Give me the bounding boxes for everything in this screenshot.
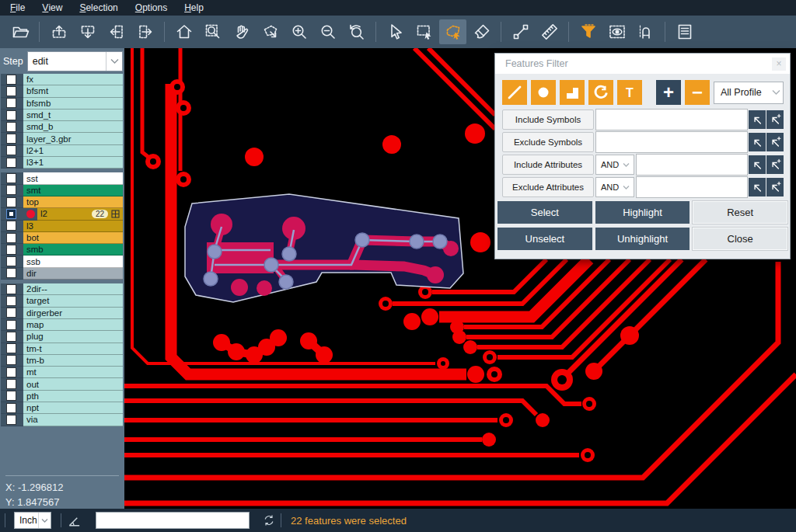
add-filter-button[interactable]: + <box>656 80 681 105</box>
layer-name-cell[interactable]: l3+1 <box>23 157 123 169</box>
layer-checkbox-tm-b[interactable] <box>6 355 16 365</box>
layer-name-cell[interactable]: smb <box>23 244 123 256</box>
layer-name-cell[interactable]: bot <box>23 232 123 244</box>
layer-name-cell[interactable]: smd_t <box>23 110 123 121</box>
toolbar-button-pan-left[interactable] <box>103 19 130 44</box>
unit-dropdown[interactable]: Inch <box>14 512 51 529</box>
layer-checkbox-top[interactable] <box>6 197 16 207</box>
layer-checkbox-sst[interactable] <box>6 173 16 183</box>
layer-name-cell[interactable]: top <box>23 196 123 208</box>
layer-row-target[interactable]: target <box>1 295 123 307</box>
layer-checkbox-out[interactable] <box>6 379 16 389</box>
toolbar-button-measure-distance[interactable] <box>507 19 534 44</box>
layer-name-cell[interactable]: dir <box>23 268 123 280</box>
layer-row-l3+1[interactable]: l3+1 <box>1 157 123 169</box>
layer-checkbox-l3+1[interactable] <box>6 158 16 168</box>
layer-row-layer_3.gbr[interactable]: layer_3.gbr <box>1 133 123 144</box>
menu-item-options[interactable]: Options <box>127 0 176 16</box>
toolbar-button-home[interactable] <box>170 19 197 44</box>
include-symbols-pick-button[interactable] <box>749 110 766 129</box>
filter-shape-text-button[interactable]: T <box>617 80 642 105</box>
grid-icon[interactable] <box>111 210 120 218</box>
layer-checkbox-dir[interactable] <box>6 268 16 278</box>
exclude-attributes-input[interactable] <box>636 176 748 198</box>
toolbar-button-report-list[interactable] <box>671 19 698 44</box>
toolbar-button-select-polygon[interactable] <box>439 19 466 44</box>
layer-checkbox-npt[interactable] <box>6 403 16 413</box>
include-attributes-button[interactable]: Include Attributes <box>502 155 594 175</box>
layer-row-tm-b[interactable]: tm-b <box>1 355 123 367</box>
include-attributes-operator-dropdown[interactable]: AND <box>595 155 634 175</box>
exclude-attributes-pick-button[interactable] <box>749 178 766 196</box>
toolbar-button-features-filter[interactable] <box>574 19 602 44</box>
layer-name-cell[interactable]: smt <box>23 185 123 196</box>
layer-checkbox-pth[interactable] <box>6 391 16 401</box>
layer-row-top[interactable]: top <box>1 196 123 208</box>
layer-row-dirgerber[interactable]: dirgerber <box>1 308 123 319</box>
toolbar-button-zoom-in[interactable] <box>285 19 312 44</box>
filter-shape-arc-button[interactable] <box>588 80 613 105</box>
layer-checkbox-l2+1[interactable] <box>6 145 16 155</box>
menu-item-help[interactable]: Help <box>176 0 212 16</box>
layer-checkbox-via[interactable] <box>6 415 16 425</box>
include-symbols-input[interactable] <box>595 109 748 130</box>
layer-name-cell[interactable]: smd_b <box>23 121 123 133</box>
layer-checkbox-smd_b[interactable] <box>6 122 16 132</box>
layer-name-cell[interactable]: bfsmb <box>23 98 123 110</box>
layer-checkbox-plug[interactable] <box>6 332 16 342</box>
layer-name-cell[interactable]: bfsmt <box>23 85 123 97</box>
layer-name-cell[interactable]: ssb <box>23 256 123 267</box>
remove-filter-button[interactable]: − <box>685 80 710 105</box>
layer-name-cell[interactable]: mt <box>23 367 123 378</box>
toolbar-button-pan-up[interactable] <box>45 19 72 44</box>
close-button[interactable]: Close <box>693 228 787 250</box>
exclude-attributes-button[interactable]: Exclude Attributes <box>502 177 594 197</box>
layer-row-2dir--[interactable]: 2dir-- <box>1 283 123 295</box>
filter-shape-pad-button[interactable] <box>531 80 556 105</box>
filter-shape-surface-button[interactable] <box>560 80 585 105</box>
layer-row-bot[interactable]: bot <box>1 232 123 244</box>
toolbar-button-zoom-previous[interactable] <box>343 19 370 44</box>
dialog-title-bar[interactable]: Features Filter × <box>495 54 790 74</box>
layer-name-cell[interactable]: via <box>23 414 123 426</box>
layer-row-tm-t[interactable]: tm-t <box>1 343 123 355</box>
close-icon[interactable]: × <box>772 57 786 71</box>
layer-row-dir[interactable]: dir <box>1 268 123 280</box>
layer-row-bfsmt[interactable]: bfsmt <box>1 85 123 97</box>
toolbar-button-open-folder[interactable] <box>6 19 33 44</box>
exclude-symbols-button[interactable]: Exclude Symbols <box>502 132 594 152</box>
layer-name-cell[interactable]: tm-t <box>23 343 123 355</box>
toolbar-button-measure-ruler[interactable] <box>536 19 563 44</box>
layer-checkbox-smt[interactable] <box>6 185 16 195</box>
layer-name-cell[interactable]: out <box>23 378 123 390</box>
layer-checkbox-fx[interactable] <box>6 75 16 85</box>
highlight-button[interactable]: Highlight <box>595 201 690 224</box>
layer-name-cell[interactable]: sst <box>23 172 123 184</box>
layer-name-cell[interactable]: target <box>23 295 123 307</box>
layer-row-l2+1[interactable]: l2+1 <box>1 145 123 157</box>
layer-name-cell[interactable]: l2+1 <box>23 145 123 157</box>
layer-row-l2[interactable]: l222 <box>1 208 123 220</box>
layer-row-l3[interactable]: l3 <box>1 221 123 232</box>
layer-checkbox-dirgerber[interactable] <box>6 308 16 318</box>
layer-checkbox-l2[interactable] <box>6 209 16 219</box>
toolbar-button-zoom-polygon[interactable] <box>257 19 284 44</box>
layer-row-npt[interactable]: npt <box>1 402 123 414</box>
exclude-symbols-pick-button[interactable] <box>749 133 766 151</box>
exclude-attributes-operator-dropdown[interactable]: AND <box>595 177 634 197</box>
layer-row-mt[interactable]: mt <box>1 367 123 378</box>
profile-dropdown[interactable]: All Profile <box>714 82 784 104</box>
layer-name-cell[interactable]: pth <box>23 391 123 402</box>
layer-checkbox-l3[interactable] <box>6 221 16 231</box>
layer-checkbox-tm-t[interactable] <box>6 343 16 353</box>
layer-row-plug[interactable]: plug <box>1 331 123 342</box>
layer-row-smd_b[interactable]: smd_b <box>1 121 123 133</box>
layer-name-cell[interactable]: npt <box>23 402 123 414</box>
layer-checkbox-bot[interactable] <box>6 233 16 243</box>
layer-checkbox-layer_3.gbr[interactable] <box>6 134 16 144</box>
menu-item-selection[interactable]: Selection <box>71 0 126 16</box>
layer-row-pth[interactable]: pth <box>1 391 123 402</box>
layer-name-cell[interactable]: map <box>23 319 123 331</box>
include-attributes-pick-button[interactable] <box>749 155 766 174</box>
layer-row-via[interactable]: via <box>1 414 123 426</box>
